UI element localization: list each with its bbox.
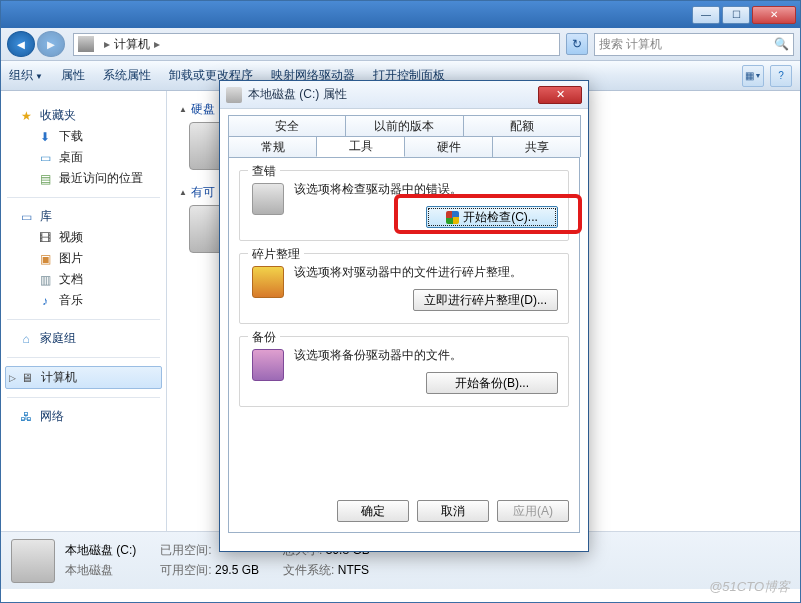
backup-desc: 该选项将备份驱动器中的文件。 <box>294 347 558 364</box>
used-label: 已用空间: <box>160 543 211 557</box>
tab-quota[interactable]: 配额 <box>463 115 581 136</box>
window-buttons: — ☐ ✕ <box>690 6 796 24</box>
breadcrumb-sep: ▸ <box>154 37 160 51</box>
error-checking-group: 查错 该选项将检查驱动器中的错误。 开始检查(C)... <box>239 170 569 241</box>
nav-forward-button[interactable]: ► <box>37 31 65 57</box>
dialog-footer: 确定 取消 应用(A) <box>329 500 569 522</box>
drive-icon <box>11 539 55 583</box>
details-name-col: 本地磁盘 (C:) 本地磁盘 <box>65 541 136 579</box>
sidebar-videos[interactable]: 🎞视频 <box>1 227 166 248</box>
properties-dialog: 本地磁盘 (C:) 属性 ✕ 安全 以前的版本 配额 常规 工具 硬件 共享 查… <box>219 80 589 552</box>
close-button[interactable]: ✕ <box>752 6 796 24</box>
recent-icon: ▤ <box>37 171 53 187</box>
defrag-icon <box>252 266 284 298</box>
free-label: 可用空间: <box>160 563 211 577</box>
sidebar-computer[interactable]: ▷🖥计算机 <box>5 366 162 389</box>
tab-tools[interactable]: 工具 <box>316 136 405 157</box>
check-now-button[interactable]: 开始检查(C)... <box>426 206 558 228</box>
network-icon: 🖧 <box>18 409 34 425</box>
document-icon: ▥ <box>37 272 53 288</box>
backup-legend: 备份 <box>248 329 280 346</box>
sidebar-favorites[interactable]: ★收藏夹 <box>1 105 166 126</box>
watermark: @51CTO博客 <box>709 578 790 596</box>
help-icon[interactable]: ? <box>770 65 792 87</box>
shield-icon <box>446 211 459 224</box>
desktop-icon: ▭ <box>37 150 53 166</box>
disk-check-icon <box>252 183 284 215</box>
sidebar-homegroup[interactable]: ⌂家庭组 <box>1 328 166 349</box>
tab-sharing[interactable]: 共享 <box>492 136 581 157</box>
drive-type: 本地磁盘 <box>65 561 136 580</box>
fs-value: NTFS <box>338 563 369 577</box>
tab-general[interactable]: 常规 <box>228 136 317 157</box>
dialog-close-button[interactable]: ✕ <box>538 86 582 104</box>
video-icon: 🎞 <box>37 230 53 246</box>
caret-icon: ▷ <box>7 373 18 383</box>
refresh-button[interactable]: ↻ <box>566 33 588 55</box>
star-icon: ★ <box>18 108 34 124</box>
tab-row-bottom: 常规 工具 硬件 共享 <box>228 136 580 157</box>
tab-security[interactable]: 安全 <box>228 115 346 136</box>
tab-row-top: 安全 以前的版本 配额 <box>228 115 580 136</box>
defrag-legend: 碎片整理 <box>248 246 304 263</box>
cancel-button[interactable]: 取消 <box>417 500 489 522</box>
error-checking-legend: 查错 <box>248 163 280 180</box>
maximize-button[interactable]: ☐ <box>722 6 750 24</box>
drive-name: 本地磁盘 (C:) <box>65 541 136 560</box>
picture-icon: ▣ <box>37 251 53 267</box>
ok-button[interactable]: 确定 <box>337 500 409 522</box>
sidebar-libraries[interactable]: ▭库 <box>1 206 166 227</box>
defrag-now-button[interactable]: 立即进行碎片整理(D)... <box>413 289 558 311</box>
download-icon: ⬇ <box>37 129 53 145</box>
fs-label: 文件系统: <box>283 563 334 577</box>
organize-menu[interactable]: 组织▼ <box>9 67 43 84</box>
free-value: 29.5 GB <box>215 563 259 577</box>
sidebar-documents[interactable]: ▥文档 <box>1 269 166 290</box>
apply-button[interactable]: 应用(A) <box>497 500 569 522</box>
defrag-desc: 该选项将对驱动器中的文件进行碎片整理。 <box>294 264 558 281</box>
tab-hardware[interactable]: 硬件 <box>404 136 493 157</box>
sidebar-desktop[interactable]: ▭桌面 <box>1 147 166 168</box>
library-icon: ▭ <box>18 209 34 225</box>
view-icon[interactable]: ▦▼ <box>742 65 764 87</box>
backup-icon <box>252 349 284 381</box>
error-checking-desc: 该选项将检查驱动器中的错误。 <box>294 181 558 198</box>
breadcrumb-sep: ▸ <box>104 37 110 51</box>
homegroup-icon: ⌂ <box>18 331 34 347</box>
system-properties-button[interactable]: 系统属性 <box>103 67 151 84</box>
sidebar-music[interactable]: ♪音乐 <box>1 290 166 311</box>
drive-icon <box>226 87 242 103</box>
search-icon: 🔍 <box>774 37 789 51</box>
sidebar-recent[interactable]: ▤最近访问的位置 <box>1 168 166 189</box>
properties-button[interactable]: 属性 <box>61 67 85 84</box>
backup-group: 备份 该选项将备份驱动器中的文件。 开始备份(B)... <box>239 336 569 407</box>
tab-content: 查错 该选项将检查驱动器中的错误。 开始检查(C)... 碎片整理 <box>228 157 580 533</box>
minimize-button[interactable]: — <box>692 6 720 24</box>
defrag-group: 碎片整理 该选项将对驱动器中的文件进行碎片整理。 立即进行碎片整理(D)... <box>239 253 569 324</box>
breadcrumb-root[interactable]: 计算机 <box>114 36 150 53</box>
sidebar-downloads[interactable]: ⬇下载 <box>1 126 166 147</box>
titlebar: — ☐ ✕ <box>1 1 800 28</box>
breadcrumb[interactable]: ▸ 计算机 ▸ <box>73 33 560 56</box>
computer-icon: 🖥 <box>19 370 35 386</box>
music-icon: ♪ <box>37 293 53 309</box>
dialog-titlebar[interactable]: 本地磁盘 (C:) 属性 ✕ <box>220 81 588 109</box>
computer-icon <box>78 36 94 52</box>
nav-back-button[interactable]: ◄ <box>7 31 35 57</box>
nav-row: ◄ ► ▸ 计算机 ▸ ↻ 搜索 计算机 🔍 <box>1 28 800 61</box>
sidebar-pictures[interactable]: ▣图片 <box>1 248 166 269</box>
backup-now-button[interactable]: 开始备份(B)... <box>426 372 558 394</box>
sidebar-network[interactable]: 🖧网络 <box>1 406 166 427</box>
search-input[interactable]: 搜索 计算机 🔍 <box>594 33 794 56</box>
tab-previous-versions[interactable]: 以前的版本 <box>345 115 463 136</box>
toolbar-right: ▦▼ ? <box>736 65 792 87</box>
tab-area: 安全 以前的版本 配额 常规 工具 硬件 共享 查错 该选项将检查驱动器中的错误… <box>220 109 588 533</box>
sidebar: ★收藏夹 ⬇下载 ▭桌面 ▤最近访问的位置 ▭库 🎞视频 ▣图片 ▥文档 ♪音乐… <box>1 91 167 531</box>
search-placeholder: 搜索 计算机 <box>599 36 662 53</box>
dialog-title: 本地磁盘 (C:) 属性 <box>248 86 347 103</box>
